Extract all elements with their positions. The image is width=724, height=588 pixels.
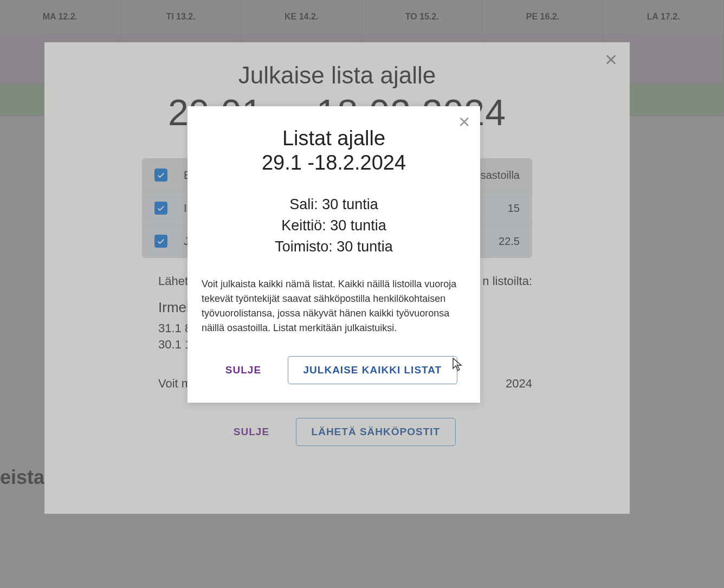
modal2-body-text: Voit julkaista kaikki nämä listat. Kaikk… xyxy=(202,277,466,335)
lists-summary-modal: ✕ Listat ajalle 29.1 -18.2.2024 Sali: 30… xyxy=(188,106,480,403)
publish-all-lists-button[interactable]: JULKAISE KAIKKI LISTAT xyxy=(288,356,458,384)
modal2-title: Listat ajalle xyxy=(202,127,466,150)
close-icon[interactable]: ✕ xyxy=(458,115,470,130)
modal2-button-row: SULJE JULKAISE KAIKKI LISTAT xyxy=(202,356,466,384)
summary-lines: Sali: 30 tuntia Keittiö: 30 tuntia Toimi… xyxy=(202,196,466,255)
close-button[interactable]: SULJE xyxy=(210,357,276,384)
modal2-date-range: 29.1 -18.2.2024 xyxy=(202,151,466,175)
summary-line: Sali: 30 tuntia xyxy=(202,196,466,213)
summary-line: Keittiö: 30 tuntia xyxy=(202,217,466,234)
summary-line: Toimisto: 30 tuntia xyxy=(202,238,466,255)
